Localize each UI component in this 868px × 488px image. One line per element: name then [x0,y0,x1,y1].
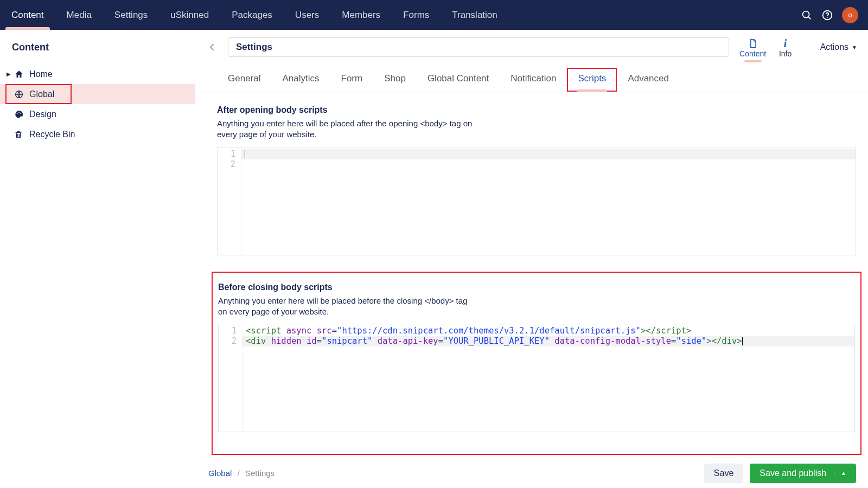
tree-node-recycle-bin[interactable]: Recycle Bin [0,124,195,144]
nav-tab-members[interactable]: Members [330,0,392,30]
section-title: Before closing body scripts [218,282,855,292]
save-and-publish-button[interactable]: Save and publish ▲ [750,464,856,483]
search-icon[interactable] [796,5,817,25]
content-tab-global-content[interactable]: Global Content [417,68,500,92]
tree-node-design[interactable]: Design [0,104,195,124]
highlight-frame: Before closing body scripts Anything you… [212,272,861,455]
section-title: After opening body scripts [217,105,856,115]
breadcrumb-root[interactable]: Global [208,468,232,478]
nav-tab-content[interactable]: Content [0,0,55,30]
content-tab-notification[interactable]: Notification [500,68,567,92]
editor-pane: Settings ContentiInfo Actions▼ GeneralAn… [195,30,868,488]
app-tab-content[interactable]: Content [737,36,769,58]
content-tab-shop[interactable]: Shop [373,68,417,92]
globe-icon [14,89,25,99]
content-tab-analytics[interactable]: Analytics [271,68,330,92]
tree-node-label: Design [29,110,56,119]
svg-point-7 [20,113,21,114]
svg-point-5 [17,113,18,114]
tree-node-home[interactable]: ▶Home [0,64,195,84]
back-arrow-icon[interactable] [205,40,220,55]
section-after-open-body: After opening body scripts Anything you … [217,105,856,255]
nav-tab-media[interactable]: Media [55,0,103,30]
content-tab-scripts[interactable]: Scripts [567,68,617,92]
tree-node-label: Global [29,89,54,99]
content-tabs: GeneralAnalyticsFormShopGlobal ContentNo… [195,60,868,92]
content-tab-form[interactable]: Form [330,68,374,92]
content-tab-advanced[interactable]: Advanced [617,68,680,92]
caret-down-icon: ▼ [852,44,857,50]
nav-tab-settings[interactable]: Settings [103,0,159,30]
content-tab-general[interactable]: General [217,68,271,92]
section-before-close-body: Before closing body scripts Anything you… [218,282,855,433]
editor-footer: Global / Settings Save Save and publish … [195,458,868,488]
save-button[interactable]: Save [704,464,743,483]
caret-up-icon[interactable]: ▲ [834,470,846,476]
actions-menu-button[interactable]: Actions▼ [820,42,857,52]
app-tab-info[interactable]: iInfo [769,36,802,58]
svg-point-3 [827,17,828,18]
nav-tab-users[interactable]: Users [284,0,330,30]
nav-tab-uskinned[interactable]: uSkinned [159,0,220,30]
code-editor-after-open[interactable]: 12 [217,147,856,255]
nav-tab-forms[interactable]: Forms [392,0,441,30]
user-avatar[interactable]: o [842,7,858,23]
document-icon [737,37,769,49]
nav-tab-packages[interactable]: Packages [220,0,284,30]
code-editor-before-close[interactable]: 12 <script async src="https://cdn.snipca… [218,324,855,432]
tree-node-label: Home [29,69,53,79]
tree-node-global[interactable]: Global [0,84,195,104]
sidebar-heading: Content [0,30,195,64]
help-icon[interactable] [817,5,838,25]
info-icon: i [769,37,802,49]
nav-tab-translation[interactable]: Translation [441,0,508,30]
breadcrumb-leaf: Settings [245,468,275,478]
home-icon [14,69,25,79]
svg-point-0 [803,11,809,17]
breadcrumb: Global / Settings [208,468,275,478]
svg-line-1 [808,16,810,18]
expand-caret-icon[interactable]: ▶ [5,71,12,77]
svg-point-6 [18,112,20,113]
palette-icon [14,110,25,119]
tree-node-label: Recycle Bin [29,130,75,139]
section-description: Anything you enter here will be placed a… [217,118,477,140]
node-title-input[interactable]: Settings [228,37,729,57]
top-navbar: ContentMediaSettingsuSkinnedPackagesUser… [0,0,868,30]
content-tree-sidebar: Content ▶HomeGlobalDesignRecycle Bin [0,30,195,488]
avatar-initial: o [848,11,852,19]
trash-icon [14,130,25,139]
section-description: Anything you enter here will be placed b… [218,296,478,318]
